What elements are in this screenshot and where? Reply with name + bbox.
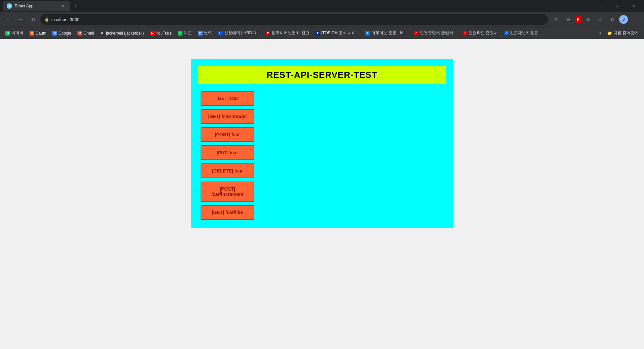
ext-icon-1[interactable]: K bbox=[575, 16, 582, 23]
reload-icon[interactable]: ⟳ bbox=[583, 14, 594, 25]
bookmark-naver[interactable]: N 네이버 bbox=[3, 29, 26, 37]
bookmark-favicon-translate: 번 bbox=[198, 31, 203, 36]
lock-icon: 🔒 bbox=[44, 17, 49, 22]
page-content: REST-API-SERVER-TEST |GET| /car |GET| /c… bbox=[0, 39, 644, 349]
favorites-icon[interactable]: ☆ bbox=[595, 14, 606, 25]
toolbar-icons: A ☰ K ⟳ ☆ ⧉ J … bbox=[551, 14, 640, 25]
get-car-button[interactable]: |GET| /car bbox=[201, 91, 254, 106]
bookmark-google[interactable]: G Google bbox=[50, 30, 74, 37]
bookmark-folder-label: 다른 즐겨찾기 bbox=[613, 30, 639, 36]
bookmark-folder-other[interactable]: 📁 다른 즐겨찾기 bbox=[604, 29, 641, 37]
bookmark-favicon-arduino: A bbox=[365, 31, 370, 36]
tab-favicon: ⚛ bbox=[7, 3, 12, 9]
bookmark-favicon-hrd: H bbox=[218, 31, 223, 36]
reader-mode-icon[interactable]: ☰ bbox=[563, 14, 574, 25]
bookmark-label-cert1: 면접증명서 관련서... bbox=[420, 30, 457, 36]
bookmark-label-elearning: 한국이러닝협회 잠고 bbox=[272, 30, 309, 36]
bookmark-favicon-github: G bbox=[100, 31, 105, 36]
refresh-button[interactable]: ↻ bbox=[28, 15, 38, 24]
app-title: REST-API-SERVER-TEST bbox=[267, 70, 377, 80]
address-input-wrap[interactable]: 🔒 localhost:3000 bbox=[40, 14, 548, 25]
bookmark-label-toeic: [TOEIC® 공식 사이... bbox=[321, 30, 359, 36]
bookmark-map[interactable]: 지 지도 bbox=[175, 29, 195, 37]
bookmark-label-emergency: 긴급재난지원금 –... bbox=[510, 30, 545, 36]
app-title-bar: REST-API-SERVER-TEST bbox=[198, 66, 446, 84]
profile-avatar[interactable]: J bbox=[619, 15, 628, 24]
minimize-button[interactable]: ─ bbox=[594, 1, 609, 11]
bookmark-label-cert2: 면접확인 증명서 bbox=[469, 30, 498, 36]
maximize-button[interactable]: □ bbox=[610, 1, 625, 11]
active-tab[interactable]: ⚛ React App ✕ bbox=[3, 1, 70, 11]
put-car-button[interactable]: |PUT| /car bbox=[201, 145, 254, 160]
bookmarks-more: > 📁 다른 즐겨찾기 bbox=[597, 29, 641, 37]
api-buttons-list: |GET| /car |GET| /car/:model |POST| /car… bbox=[198, 90, 446, 221]
tab-bar: ⚛ React App ✕ + ─ □ ✕ bbox=[0, 0, 644, 12]
browser-chrome: ⚛ React App ✕ + ─ □ ✕ ← → ↻ 🔒 localhost:… bbox=[0, 0, 644, 39]
bookmark-label-gmail: Gmail bbox=[84, 31, 94, 36]
bookmark-favicon-toeic: T bbox=[315, 31, 320, 36]
bookmark-daum[interactable]: D Daum bbox=[27, 30, 49, 37]
bookmark-hrd[interactable]: H 신청내역 | HRD-Net bbox=[215, 29, 262, 37]
bookmark-label-translate: 번역 bbox=[204, 30, 212, 36]
address-bar: ← → ↻ 🔒 localhost:3000 A ☰ K ⟳ ☆ ⧉ J … bbox=[0, 12, 644, 27]
window-controls: ─ □ ✕ bbox=[594, 1, 641, 11]
bookmark-cert1[interactable]: 면 면접증명서 관련서... bbox=[411, 29, 459, 37]
post-car-button[interactable]: |POST| /car bbox=[201, 127, 254, 142]
bookmark-label-hrd: 신청내역 | HRD-Net bbox=[224, 30, 260, 36]
bookmark-label-arduino: 아두이노 응용 - Mi... bbox=[371, 30, 408, 36]
bookmark-emergency[interactable]: 긴 긴급재난지원금 –... bbox=[501, 29, 547, 37]
bookmark-folder-icon: 📁 bbox=[607, 31, 612, 36]
tab-title: React App bbox=[15, 4, 58, 8]
bookmark-youtube[interactable]: ▶ YouTube bbox=[147, 30, 174, 37]
translate-icon[interactable]: A bbox=[551, 14, 561, 25]
bookmark-label-google: Google bbox=[58, 31, 71, 36]
bookmark-elearning[interactable]: E 한국이러닝협회 잠고 bbox=[263, 29, 312, 37]
bookmark-translate[interactable]: 번 번역 bbox=[195, 29, 215, 37]
address-text: localhost:3000 bbox=[51, 17, 544, 22]
forward-button[interactable]: → bbox=[16, 15, 25, 24]
bookmark-favicon-elearning: E bbox=[266, 31, 270, 36]
bookmark-favicon-emergency: 긴 bbox=[504, 31, 508, 36]
delete-car-button[interactable]: |DELETE| /car bbox=[201, 163, 254, 178]
app-container: REST-API-SERVER-TEST |GET| /car |GET| /c… bbox=[191, 59, 453, 228]
bookmark-arduino[interactable]: A 아두이노 응용 - Mi... bbox=[363, 29, 411, 37]
post-car-increment-button[interactable]: |POST| /car/increment bbox=[201, 182, 254, 202]
bookmarks-bar: N 네이버 D Daum G Google M Gmail G jackerbe… bbox=[0, 27, 644, 39]
bookmark-favicon-google: G bbox=[52, 31, 57, 36]
bookmark-label-github: jackerbell (jackerbell) bbox=[106, 31, 144, 36]
tab-close-button[interactable]: ✕ bbox=[60, 3, 66, 9]
bookmark-favicon-daum: D bbox=[30, 31, 34, 36]
get-car-model-button[interactable]: |GET| /car/:model bbox=[201, 109, 254, 124]
bookmarks-chevron[interactable]: > bbox=[597, 30, 603, 36]
new-tab-button[interactable]: + bbox=[71, 1, 80, 11]
bookmark-favicon-cert1: 면 bbox=[414, 31, 419, 36]
bookmark-label-map: 지도 bbox=[184, 30, 192, 36]
bookmark-toeic[interactable]: T [TOEIC® 공식 사이... bbox=[313, 29, 362, 37]
get-car-like-button[interactable]: |GET| /car/like bbox=[201, 205, 254, 220]
bookmark-favicon-cert2: 면 bbox=[463, 31, 467, 36]
close-button[interactable]: ✕ bbox=[626, 1, 641, 11]
back-button[interactable]: ← bbox=[4, 15, 13, 24]
bookmark-label-youtube: YouTube bbox=[156, 31, 172, 36]
bookmark-favicon-map: 지 bbox=[178, 31, 182, 36]
bookmark-cert2[interactable]: 면 면접확인 증명서 bbox=[460, 29, 500, 37]
collections-icon[interactable]: ⧉ bbox=[607, 14, 618, 25]
bookmark-label-naver: 네이버 bbox=[11, 30, 23, 36]
bookmark-gmail[interactable]: M Gmail bbox=[75, 30, 97, 37]
bookmark-label-daum: Daum bbox=[36, 31, 46, 36]
bookmark-favicon-youtube: ▶ bbox=[150, 31, 155, 36]
bookmark-favicon-naver: N bbox=[5, 31, 10, 36]
settings-icon[interactable]: … bbox=[629, 14, 640, 25]
bookmark-favicon-gmail: M bbox=[77, 31, 82, 36]
bookmark-github[interactable]: G jackerbell (jackerbell) bbox=[97, 30, 147, 37]
